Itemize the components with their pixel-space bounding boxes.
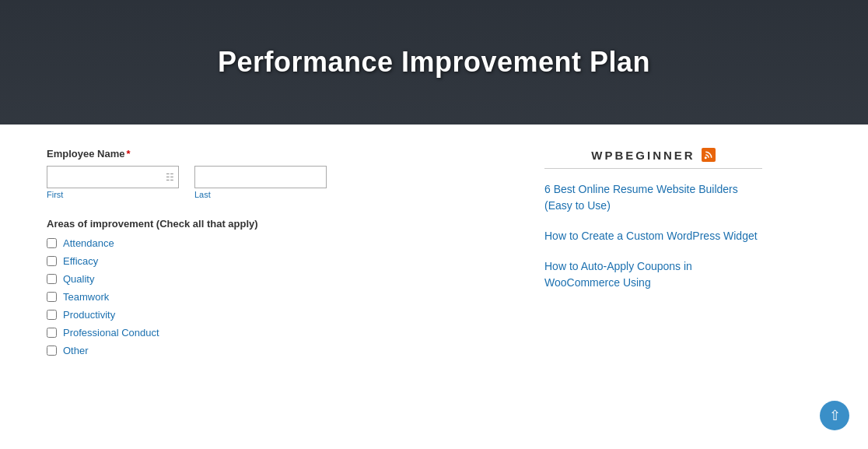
cb-productivity-label[interactable]: Productivity <box>63 309 115 321</box>
svg-point-0 <box>704 156 706 159</box>
cb-efficacy-checkbox[interactable] <box>47 256 57 266</box>
main-form: Employee Name* ☷ First Last Areas of imp… <box>47 148 513 420</box>
sidebar-divider <box>544 168 762 169</box>
list-item: Teamwork <box>47 291 513 303</box>
list-item: Quality <box>47 273 513 285</box>
hero-title: Performance Improvement Plan <box>218 46 650 79</box>
cb-attendance-checkbox[interactable] <box>47 238 57 248</box>
name-fields-row: ☷ First Last <box>47 166 513 199</box>
sidebar-link-0[interactable]: 6 Best Online Resume Website Builders (E… <box>544 181 762 214</box>
sidebar: WPBEGINNER 6 Best Online Resume Website … <box>544 148 762 420</box>
cb-other-checkbox[interactable] <box>47 346 57 356</box>
list-item: Attendance <box>47 237 513 249</box>
first-name-wrap: ☷ First <box>47 166 179 199</box>
areas-section: Areas of improvement (Check all that app… <box>47 218 513 356</box>
employee-name-label: Employee Name* <box>47 148 513 160</box>
checkbox-list: AttendanceEfficacyQualityTeamworkProduct… <box>47 237 513 356</box>
hero-banner: Performance Improvement Plan <box>0 0 868 125</box>
cb-quality-label[interactable]: Quality <box>63 273 94 285</box>
cb-quality-checkbox[interactable] <box>47 274 57 284</box>
sidebar-header: WPBEGINNER <box>544 148 762 162</box>
list-item: Professional Conduct <box>47 327 513 339</box>
scroll-to-top-button[interactable]: ⇧ <box>820 401 849 430</box>
cb-other-label[interactable]: Other <box>63 345 89 356</box>
cb-teamwork-checkbox[interactable] <box>47 292 57 302</box>
sidebar-title: WPBEGINNER <box>591 149 695 162</box>
list-item: Productivity <box>47 309 513 321</box>
last-name-input[interactable] <box>194 166 327 188</box>
name-input-icon: ☷ <box>166 172 174 183</box>
cb-efficacy-label[interactable]: Efficacy <box>63 255 98 267</box>
areas-label: Areas of improvement (Check all that app… <box>47 218 513 230</box>
cb-productivity-checkbox[interactable] <box>47 310 57 320</box>
cb-professional-label[interactable]: Professional Conduct <box>63 327 159 339</box>
list-item: Other <box>47 345 513 356</box>
employee-name-field: Employee Name* ☷ First Last <box>47 148 513 199</box>
first-name-input[interactable] <box>47 166 179 188</box>
content-area: Employee Name* ☷ First Last Areas of imp… <box>0 125 868 436</box>
sidebar-link-2[interactable]: How to Auto-Apply Coupons in WooCommerce… <box>544 258 762 291</box>
sidebar-links: 6 Best Online Resume Website Builders (E… <box>544 181 762 291</box>
sidebar-link-1[interactable]: How to Create a Custom WordPress Widget <box>544 228 762 244</box>
cb-attendance-label[interactable]: Attendance <box>63 237 114 249</box>
scroll-top-icon: ⇧ <box>829 407 841 424</box>
list-item: Efficacy <box>47 255 513 267</box>
cb-professional-checkbox[interactable] <box>47 328 57 338</box>
first-sublabel: First <box>47 190 179 199</box>
last-name-wrap: Last <box>194 166 327 199</box>
rss-icon[interactable] <box>702 148 716 162</box>
cb-teamwork-label[interactable]: Teamwork <box>63 291 109 303</box>
last-sublabel: Last <box>194 190 327 199</box>
